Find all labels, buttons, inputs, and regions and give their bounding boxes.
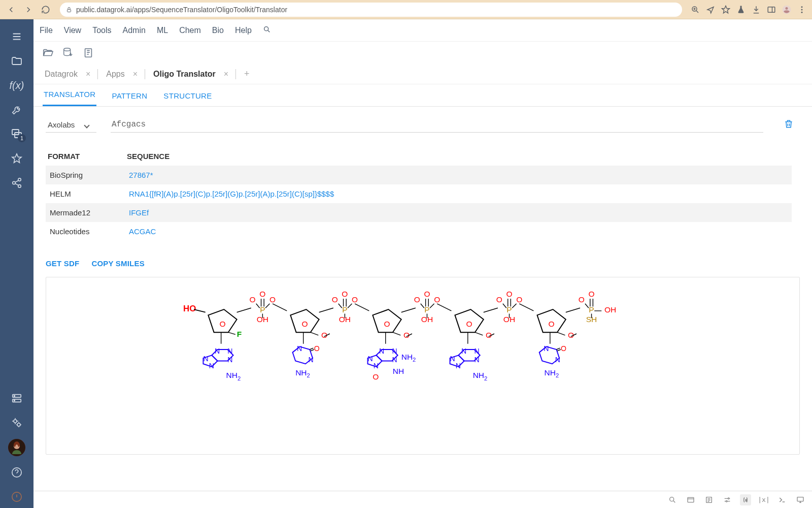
lock-icon: [66, 6, 72, 13]
sequence-cell[interactable]: 27867*: [129, 171, 792, 179]
sidebar-settings-icon[interactable]: [6, 411, 28, 434]
flask-icon[interactable]: [735, 4, 747, 16]
sequence-cell[interactable]: ACGAC: [129, 227, 792, 236]
tab-translator[interactable]: TRANSLATOR: [43, 85, 96, 106]
add-tab-button[interactable]: +: [241, 69, 253, 79]
svg-line-66: [393, 332, 401, 335]
tab-structure[interactable]: STRUCTURE: [162, 86, 213, 106]
svg-line-72: [401, 308, 416, 312]
sequence-cell[interactable]: RNA1{[fR](A)p.[25r](C)p.[25r](G)p.[25r](…: [129, 189, 792, 198]
close-crumb-datagrok[interactable]: ×: [84, 70, 92, 79]
zoom-icon[interactable]: [689, 4, 701, 16]
subtabs: TRANSLATOR PATTERN STRUCTURE: [33, 84, 812, 107]
svg-line-53: [228, 332, 235, 334]
svg-text:NH2: NH2: [401, 353, 416, 363]
result-row-biospring: BioSpring 27867*: [46, 166, 792, 184]
status-sliders-icon[interactable]: [722, 494, 733, 505]
status-terminal-icon[interactable]: [776, 494, 788, 505]
notebook-icon[interactable]: [82, 47, 94, 59]
get-sdf-button[interactable]: GET SDF: [46, 259, 79, 268]
result-row-mermade: Mermade12 IFGEf: [46, 203, 792, 222]
sidebar-folder-icon[interactable]: [6, 50, 28, 72]
download-icon[interactable]: [750, 4, 762, 16]
chrome-actions: [689, 4, 808, 16]
sidebar-help-icon[interactable]: [6, 461, 28, 484]
sidebar-server-icon[interactable]: [6, 387, 28, 409]
window-count-badge: 1: [18, 134, 26, 142]
profile-icon[interactable]: [781, 4, 793, 16]
reload-button[interactable]: [39, 3, 53, 17]
svg-point-23: [64, 48, 71, 51]
share-chrome-icon[interactable]: [704, 4, 717, 16]
sidebar-share-icon[interactable]: [6, 172, 28, 194]
svg-text:P: P: [589, 305, 594, 314]
sidebar-menu-icon[interactable]: [6, 25, 28, 48]
forward-button[interactable]: [21, 3, 36, 17]
svg-line-80: [519, 304, 533, 311]
svg-point-6: [801, 11, 803, 13]
menu-ml[interactable]: ML: [157, 26, 168, 35]
status-variables-icon[interactable]: [740, 494, 751, 505]
tab-pattern[interactable]: PATTERN: [111, 86, 148, 106]
sidebar-star-icon[interactable]: [6, 147, 28, 170]
menu-view[interactable]: View: [64, 26, 81, 35]
back-button[interactable]: [4, 3, 18, 17]
svg-point-97: [670, 497, 674, 501]
status-window-icon[interactable]: [685, 494, 696, 505]
bookmark-star-icon[interactable]: [720, 4, 732, 16]
crumb-apps[interactable]: Apps: [103, 70, 127, 79]
menu-tools[interactable]: Tools: [92, 26, 111, 35]
menu-search-icon[interactable]: [263, 25, 271, 36]
sidebar-fx-icon[interactable]: f(x): [6, 74, 28, 97]
status-brackets-icon[interactable]: |x|: [758, 494, 769, 505]
menu-file[interactable]: File: [40, 26, 53, 35]
close-crumb-apps[interactable]: ×: [131, 70, 140, 79]
svg-rect-98: [688, 497, 694, 502]
svg-point-9: [13, 181, 16, 184]
main-panel: File View Tools Admin ML Chem Bio Help D…: [33, 19, 812, 508]
panel-icon[interactable]: [765, 4, 777, 16]
svg-line-63: [319, 308, 333, 312]
url-bar[interactable]: public.datagrok.ai/apps/SequenceTranslat…: [60, 3, 682, 17]
menu-bio[interactable]: Bio: [212, 26, 224, 35]
crumb-datagrok[interactable]: Datagrok: [42, 70, 81, 79]
svg-text:O: O: [579, 295, 585, 304]
sidebar-wrench-icon[interactable]: [6, 99, 28, 121]
sidebar-windows-icon[interactable]: 1: [6, 123, 28, 145]
menu-help[interactable]: Help: [235, 26, 252, 35]
svg-line-59: [311, 332, 319, 335]
svg-line-79: [484, 308, 498, 312]
svg-point-22: [264, 26, 268, 30]
toolbar: [33, 42, 812, 64]
svg-point-11: [18, 185, 21, 188]
sidebar-warn-icon[interactable]: [6, 486, 28, 508]
clear-button[interactable]: [784, 119, 794, 131]
menu-admin[interactable]: Admin: [123, 26, 146, 35]
kebab-icon[interactable]: [796, 4, 808, 16]
status-search-icon[interactable]: [667, 494, 678, 505]
svg-rect-102: [797, 497, 803, 501]
close-crumb-oligo[interactable]: ×: [222, 70, 230, 79]
menu-chem[interactable]: Chem: [179, 26, 201, 35]
svg-point-4: [801, 6, 803, 8]
db-icon[interactable]: [62, 47, 74, 59]
svg-point-17: [17, 423, 20, 426]
molecule-viewer[interactable]: O O P O OH O: [46, 277, 800, 455]
svg-point-100: [728, 498, 729, 499]
svg-point-5: [801, 9, 803, 10]
sequence-input[interactable]: [111, 117, 763, 133]
crumb-oligo-translator[interactable]: Oligo Translator: [150, 70, 219, 79]
status-list-icon[interactable]: [703, 494, 715, 505]
status-monitor-icon[interactable]: [795, 494, 806, 505]
svg-text:O: O: [589, 290, 595, 298]
copy-smiles-button[interactable]: COPY SMILES: [91, 259, 144, 268]
svg-point-15: [14, 400, 15, 401]
browser-bar: public.datagrok.ai/apps/SequenceTranslat…: [0, 0, 812, 19]
sidebar: f(x) 1: [0, 19, 33, 508]
open-folder-icon[interactable]: [42, 47, 54, 59]
svg-text:NH: NH: [393, 367, 404, 375]
sidebar-avatar[interactable]: [8, 439, 25, 456]
format-select[interactable]: Axolabs: [46, 117, 96, 133]
format-cell: BioSpring: [48, 171, 129, 179]
sequence-cell[interactable]: IFGEf: [129, 208, 792, 217]
